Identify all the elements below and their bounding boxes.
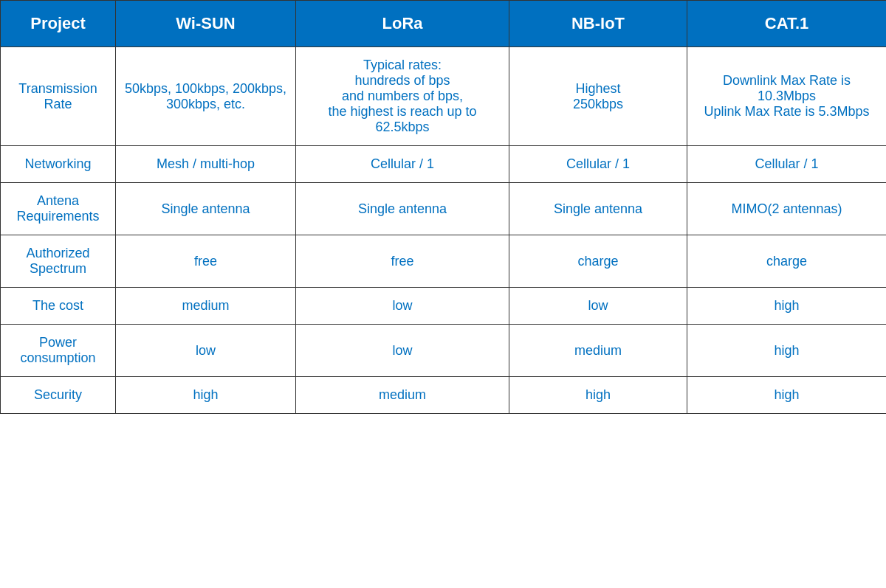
header-cat1: CAT.1 [687, 1, 887, 47]
header-lora: LoRa [296, 1, 509, 47]
cell-cat1: charge [687, 235, 887, 288]
row-label: Authorized Spectrum [1, 235, 116, 288]
cell-lora: Typical rates: hundreds of bps and numbe… [296, 47, 509, 146]
cell-cat1: high [687, 325, 887, 377]
cell-wisun: free [116, 235, 296, 288]
cell-lora: medium [296, 377, 509, 414]
cell-cat1: Downlink Max Rate is 10.3Mbps Uplink Max… [687, 47, 887, 146]
header-project: Project [1, 1, 116, 47]
cell-wisun: high [116, 377, 296, 414]
row-label: Antena Requirements [1, 183, 116, 235]
cell-lora: free [296, 235, 509, 288]
table-row: NetworkingMesh / multi-hopCellular / 1Ce… [1, 146, 887, 183]
cell-lora: low [296, 325, 509, 377]
comparison-table: Project Wi-SUN LoRa NB-IoT CAT.1 Transmi… [0, 0, 886, 414]
table-row: The costmediumlowlowhigh [1, 288, 887, 325]
cell-cat1: MIMO(2 antennas) [687, 183, 887, 235]
cell-lora: Single antenna [296, 183, 509, 235]
table-row: Power consumptionlowlowmediumhigh [1, 325, 887, 377]
header-wisun: Wi-SUN [116, 1, 296, 47]
cell-lora: low [296, 288, 509, 325]
header-nbiot: NB-IoT [509, 1, 687, 47]
cell-cat1: high [687, 288, 887, 325]
cell-nbiot: high [509, 377, 687, 414]
cell-nbiot: Single antenna [509, 183, 687, 235]
table-row: Transmission Rate50kbps, 100kbps, 200kbp… [1, 47, 887, 146]
row-label: Power consumption [1, 325, 116, 377]
cell-nbiot: low [509, 288, 687, 325]
cell-cat1: Cellular / 1 [687, 146, 887, 183]
table-row: Antena RequirementsSingle antennaSingle … [1, 183, 887, 235]
cell-nbiot: charge [509, 235, 687, 288]
row-label: The cost [1, 288, 116, 325]
cell-lora: Cellular / 1 [296, 146, 509, 183]
table-row: Authorized Spectrumfreefreechargecharge [1, 235, 887, 288]
cell-wisun: Mesh / multi-hop [116, 146, 296, 183]
cell-nbiot: Highest 250kbps [509, 47, 687, 146]
cell-cat1: high [687, 377, 887, 414]
cell-wisun: 50kbps, 100kbps, 200kbps, 300kbps, etc. [116, 47, 296, 146]
table-row: Securityhighmediumhighhigh [1, 377, 887, 414]
cell-nbiot: medium [509, 325, 687, 377]
row-label: Networking [1, 146, 116, 183]
cell-wisun: Single antenna [116, 183, 296, 235]
cell-wisun: medium [116, 288, 296, 325]
cell-wisun: low [116, 325, 296, 377]
row-label: Security [1, 377, 116, 414]
row-label: Transmission Rate [1, 47, 116, 146]
cell-nbiot: Cellular / 1 [509, 146, 687, 183]
